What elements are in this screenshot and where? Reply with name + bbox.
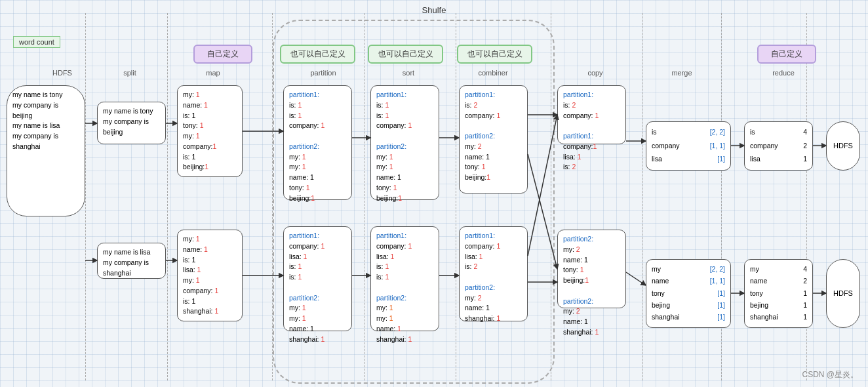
custom-badge-1: 自己定义 <box>193 45 252 64</box>
custom-badge-2: 自己定义 <box>757 45 816 64</box>
hdfs-out-top-label: HDFS <box>833 140 853 152</box>
copy-top-p1-box: partition1: is: 2 company: 1 partition1:… <box>557 85 626 144</box>
map-bottom-box: my: 1 name: 1 is: 1 lisa: 1 my: 1 compan… <box>177 230 243 321</box>
reduce-top-box: is4 company2 lisa1 <box>744 121 813 171</box>
hdfs-out-bottom-box: HDFS <box>826 259 860 328</box>
split-bottom-box: my name is lisamy company is shanghai <box>97 243 166 279</box>
sort-bottom-box: partition1: company: 1 lisa: 1 is: 1 is:… <box>370 226 439 331</box>
divider-5 <box>456 13 456 380</box>
map-top-box: my: 1 name: 1 is: 1 tony: 1 my: 1 compan… <box>177 85 243 177</box>
merge-bottom-box: my[2, 2] name[1, 1] tony[1] bejing[1] sh… <box>646 259 731 328</box>
stage-hdfs-in: HDFS <box>36 69 89 77</box>
page-title: Shulfe <box>0 5 868 15</box>
watermark: CSDN @星炎。 <box>802 369 858 380</box>
also-badge-2: 也可以自己定义 <box>368 45 443 64</box>
stage-merge: merge <box>662 69 701 77</box>
divider-7 <box>642 13 643 380</box>
also-badge-3: 也可以自己定义 <box>457 45 532 64</box>
stage-copy: copy <box>576 69 615 77</box>
stage-sort: sort <box>389 69 428 77</box>
split-top-box: my name is tonymy company is beijing <box>97 102 166 144</box>
word-count-badge: word count <box>13 36 60 48</box>
hdfs-input-box: my name is tony my company is beijing my… <box>7 85 85 216</box>
copy-bot-p2-box: partition2: my: 2 name: 1 tony: 1 beijin… <box>557 230 626 308</box>
reduce-bottom-box: my4 name2 tony1 bejing1 shanghai1 <box>744 259 813 328</box>
hdfs-out-top-box: HDFS <box>826 121 860 171</box>
stage-partition: partition <box>297 69 349 77</box>
merge-top-box: is[2, 2] company[1, 1] lisa[1] <box>646 121 731 171</box>
stage-map: map <box>193 69 233 77</box>
hdfs-out-bottom-label: HDFS <box>833 288 853 299</box>
svg-line-12 <box>528 115 557 256</box>
partition-bottom-box: partition1: company: 1 lisa: 1 is: 1 is:… <box>283 226 352 331</box>
also-badge-1: 也可以自己定义 <box>280 45 355 64</box>
sort-top-box: partition1: is: 1 is: 1 company: 1 parti… <box>370 85 439 200</box>
svg-line-11 <box>528 154 557 269</box>
divider-1 <box>85 13 86 380</box>
combiner-top-box: partition1: is: 2 company: 1 partition2:… <box>459 85 528 194</box>
stage-reduce: reduce <box>764 69 803 77</box>
divider-4 <box>364 13 365 380</box>
stage-combiner: combiner <box>470 69 516 77</box>
combiner-bottom-box: partition1: company: 1 lisa: 1 is: 2 par… <box>459 226 528 321</box>
divider-2 <box>167 13 168 380</box>
divider-6 <box>551 13 551 380</box>
stage-split: split <box>104 69 156 77</box>
divider-3 <box>272 13 273 380</box>
hdfs-input-text: my name is tony my company is beijing my… <box>12 90 79 152</box>
partition-top-box: partition1: is: 1 is: 1 company: 1 parti… <box>283 85 352 200</box>
